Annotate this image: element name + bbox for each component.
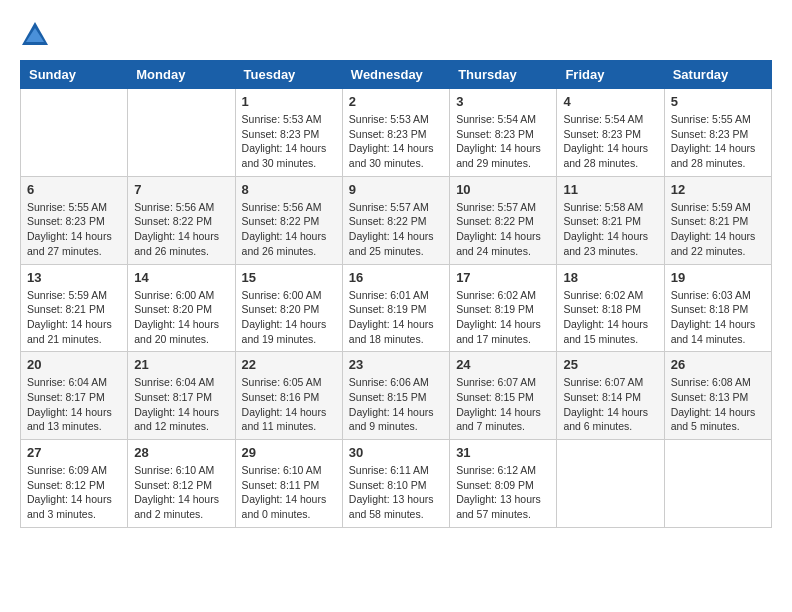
calendar-cell: [664, 440, 771, 528]
day-number: 23: [349, 357, 443, 372]
day-info: Sunrise: 6:10 AM Sunset: 8:11 PM Dayligh…: [242, 463, 336, 522]
day-info: Sunrise: 6:00 AM Sunset: 8:20 PM Dayligh…: [134, 288, 228, 347]
day-number: 24: [456, 357, 550, 372]
weekday-header-sunday: Sunday: [21, 61, 128, 89]
calendar-cell: 31Sunrise: 6:12 AM Sunset: 8:09 PM Dayli…: [450, 440, 557, 528]
logo-icon: [20, 20, 50, 50]
calendar-cell: 29Sunrise: 6:10 AM Sunset: 8:11 PM Dayli…: [235, 440, 342, 528]
day-info: Sunrise: 6:07 AM Sunset: 8:14 PM Dayligh…: [563, 375, 657, 434]
day-info: Sunrise: 6:07 AM Sunset: 8:15 PM Dayligh…: [456, 375, 550, 434]
day-info: Sunrise: 5:56 AM Sunset: 8:22 PM Dayligh…: [242, 200, 336, 259]
calendar-cell: 15Sunrise: 6:00 AM Sunset: 8:20 PM Dayli…: [235, 264, 342, 352]
day-number: 10: [456, 182, 550, 197]
day-number: 25: [563, 357, 657, 372]
calendar-cell: 8Sunrise: 5:56 AM Sunset: 8:22 PM Daylig…: [235, 176, 342, 264]
calendar-cell: 9Sunrise: 5:57 AM Sunset: 8:22 PM Daylig…: [342, 176, 449, 264]
day-info: Sunrise: 6:01 AM Sunset: 8:19 PM Dayligh…: [349, 288, 443, 347]
day-number: 16: [349, 270, 443, 285]
day-info: Sunrise: 6:08 AM Sunset: 8:13 PM Dayligh…: [671, 375, 765, 434]
day-number: 28: [134, 445, 228, 460]
day-info: Sunrise: 5:53 AM Sunset: 8:23 PM Dayligh…: [349, 112, 443, 171]
calendar-cell: 3Sunrise: 5:54 AM Sunset: 8:23 PM Daylig…: [450, 89, 557, 177]
calendar-cell: 27Sunrise: 6:09 AM Sunset: 8:12 PM Dayli…: [21, 440, 128, 528]
calendar-cell: 21Sunrise: 6:04 AM Sunset: 8:17 PM Dayli…: [128, 352, 235, 440]
calendar-cell: 2Sunrise: 5:53 AM Sunset: 8:23 PM Daylig…: [342, 89, 449, 177]
weekday-header-saturday: Saturday: [664, 61, 771, 89]
day-info: Sunrise: 6:09 AM Sunset: 8:12 PM Dayligh…: [27, 463, 121, 522]
week-row-3: 13Sunrise: 5:59 AM Sunset: 8:21 PM Dayli…: [21, 264, 772, 352]
day-number: 7: [134, 182, 228, 197]
day-info: Sunrise: 5:56 AM Sunset: 8:22 PM Dayligh…: [134, 200, 228, 259]
weekday-header-monday: Monday: [128, 61, 235, 89]
calendar-cell: 25Sunrise: 6:07 AM Sunset: 8:14 PM Dayli…: [557, 352, 664, 440]
day-number: 18: [563, 270, 657, 285]
day-number: 30: [349, 445, 443, 460]
calendar-cell: 23Sunrise: 6:06 AM Sunset: 8:15 PM Dayli…: [342, 352, 449, 440]
day-info: Sunrise: 6:11 AM Sunset: 8:10 PM Dayligh…: [349, 463, 443, 522]
day-info: Sunrise: 5:58 AM Sunset: 8:21 PM Dayligh…: [563, 200, 657, 259]
day-number: 9: [349, 182, 443, 197]
weekday-header-wednesday: Wednesday: [342, 61, 449, 89]
calendar-cell: [21, 89, 128, 177]
calendar-cell: 20Sunrise: 6:04 AM Sunset: 8:17 PM Dayli…: [21, 352, 128, 440]
day-number: 27: [27, 445, 121, 460]
day-number: 21: [134, 357, 228, 372]
calendar-cell: 12Sunrise: 5:59 AM Sunset: 8:21 PM Dayli…: [664, 176, 771, 264]
day-number: 29: [242, 445, 336, 460]
calendar-cell: 4Sunrise: 5:54 AM Sunset: 8:23 PM Daylig…: [557, 89, 664, 177]
day-number: 2: [349, 94, 443, 109]
week-row-1: 1Sunrise: 5:53 AM Sunset: 8:23 PM Daylig…: [21, 89, 772, 177]
day-info: Sunrise: 5:55 AM Sunset: 8:23 PM Dayligh…: [27, 200, 121, 259]
day-number: 26: [671, 357, 765, 372]
weekday-header-friday: Friday: [557, 61, 664, 89]
calendar-cell: 11Sunrise: 5:58 AM Sunset: 8:21 PM Dayli…: [557, 176, 664, 264]
day-number: 13: [27, 270, 121, 285]
calendar-cell: 6Sunrise: 5:55 AM Sunset: 8:23 PM Daylig…: [21, 176, 128, 264]
day-number: 19: [671, 270, 765, 285]
day-info: Sunrise: 6:04 AM Sunset: 8:17 PM Dayligh…: [27, 375, 121, 434]
calendar-cell: 22Sunrise: 6:05 AM Sunset: 8:16 PM Dayli…: [235, 352, 342, 440]
day-info: Sunrise: 5:59 AM Sunset: 8:21 PM Dayligh…: [27, 288, 121, 347]
page-header: [20, 20, 772, 50]
day-info: Sunrise: 6:04 AM Sunset: 8:17 PM Dayligh…: [134, 375, 228, 434]
calendar-cell: 30Sunrise: 6:11 AM Sunset: 8:10 PM Dayli…: [342, 440, 449, 528]
day-info: Sunrise: 6:00 AM Sunset: 8:20 PM Dayligh…: [242, 288, 336, 347]
day-info: Sunrise: 6:02 AM Sunset: 8:19 PM Dayligh…: [456, 288, 550, 347]
day-info: Sunrise: 6:10 AM Sunset: 8:12 PM Dayligh…: [134, 463, 228, 522]
calendar-cell: 16Sunrise: 6:01 AM Sunset: 8:19 PM Dayli…: [342, 264, 449, 352]
day-info: Sunrise: 6:02 AM Sunset: 8:18 PM Dayligh…: [563, 288, 657, 347]
day-number: 8: [242, 182, 336, 197]
day-info: Sunrise: 6:12 AM Sunset: 8:09 PM Dayligh…: [456, 463, 550, 522]
day-number: 1: [242, 94, 336, 109]
calendar-cell: 26Sunrise: 6:08 AM Sunset: 8:13 PM Dayli…: [664, 352, 771, 440]
calendar-cell: [557, 440, 664, 528]
calendar-cell: 10Sunrise: 5:57 AM Sunset: 8:22 PM Dayli…: [450, 176, 557, 264]
day-info: Sunrise: 6:06 AM Sunset: 8:15 PM Dayligh…: [349, 375, 443, 434]
day-info: Sunrise: 6:03 AM Sunset: 8:18 PM Dayligh…: [671, 288, 765, 347]
calendar-cell: 24Sunrise: 6:07 AM Sunset: 8:15 PM Dayli…: [450, 352, 557, 440]
week-row-4: 20Sunrise: 6:04 AM Sunset: 8:17 PM Dayli…: [21, 352, 772, 440]
calendar-cell: 18Sunrise: 6:02 AM Sunset: 8:18 PM Dayli…: [557, 264, 664, 352]
calendar-cell: 28Sunrise: 6:10 AM Sunset: 8:12 PM Dayli…: [128, 440, 235, 528]
day-number: 12: [671, 182, 765, 197]
week-row-5: 27Sunrise: 6:09 AM Sunset: 8:12 PM Dayli…: [21, 440, 772, 528]
weekday-header-thursday: Thursday: [450, 61, 557, 89]
calendar-cell: 1Sunrise: 5:53 AM Sunset: 8:23 PM Daylig…: [235, 89, 342, 177]
day-info: Sunrise: 5:57 AM Sunset: 8:22 PM Dayligh…: [456, 200, 550, 259]
day-number: 3: [456, 94, 550, 109]
calendar-cell: 19Sunrise: 6:03 AM Sunset: 8:18 PM Dayli…: [664, 264, 771, 352]
calendar-cell: [128, 89, 235, 177]
calendar-cell: 5Sunrise: 5:55 AM Sunset: 8:23 PM Daylig…: [664, 89, 771, 177]
day-number: 17: [456, 270, 550, 285]
weekday-header-tuesday: Tuesday: [235, 61, 342, 89]
day-info: Sunrise: 5:53 AM Sunset: 8:23 PM Dayligh…: [242, 112, 336, 171]
calendar-cell: 17Sunrise: 6:02 AM Sunset: 8:19 PM Dayli…: [450, 264, 557, 352]
day-number: 15: [242, 270, 336, 285]
day-number: 6: [27, 182, 121, 197]
day-info: Sunrise: 5:54 AM Sunset: 8:23 PM Dayligh…: [563, 112, 657, 171]
calendar-table: SundayMondayTuesdayWednesdayThursdayFrid…: [20, 60, 772, 528]
calendar-cell: 7Sunrise: 5:56 AM Sunset: 8:22 PM Daylig…: [128, 176, 235, 264]
day-number: 14: [134, 270, 228, 285]
day-info: Sunrise: 5:57 AM Sunset: 8:22 PM Dayligh…: [349, 200, 443, 259]
weekday-header-row: SundayMondayTuesdayWednesdayThursdayFrid…: [21, 61, 772, 89]
